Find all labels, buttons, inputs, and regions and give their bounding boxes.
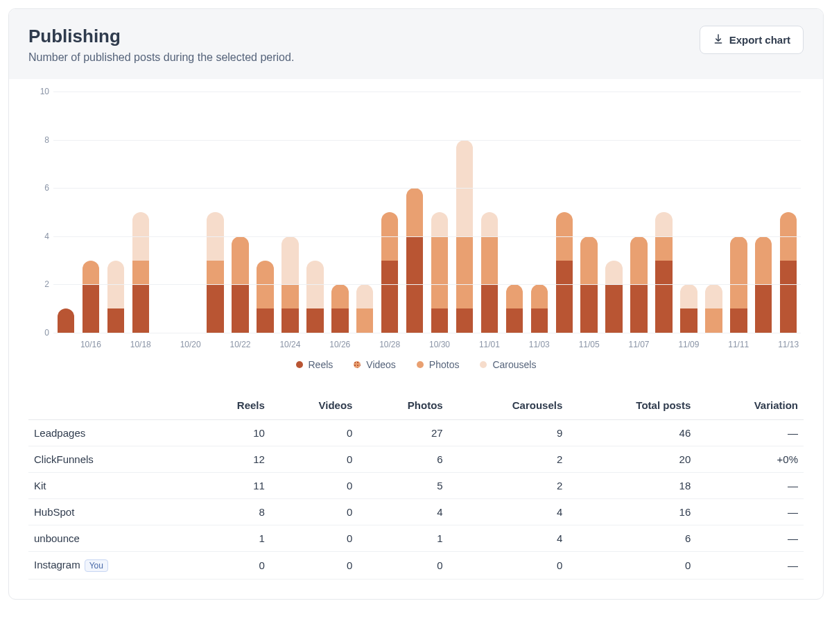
chart-gridline xyxy=(53,140,801,141)
chart-xtick: 11/01 xyxy=(477,336,502,355)
bar[interactable] xyxy=(431,212,448,333)
legend-item-photos[interactable]: Photos xyxy=(417,359,460,370)
bar[interactable] xyxy=(132,212,149,333)
table-cell: 4 xyxy=(358,499,448,525)
bar[interactable] xyxy=(306,261,323,333)
chart-xtick: 11/11 xyxy=(726,336,751,355)
bar-slot xyxy=(277,92,302,333)
bar[interactable] xyxy=(556,212,573,333)
bar[interactable] xyxy=(780,212,797,333)
bar-segment-reels xyxy=(680,308,697,333)
table-header-cell[interactable]: Reels xyxy=(195,391,270,420)
table-cell: — xyxy=(696,552,804,580)
bar-segment-reels xyxy=(281,308,298,333)
chart-xtick-label: 10/20 xyxy=(180,340,201,349)
bar-segment-reels xyxy=(531,308,548,333)
bar-segment-reels xyxy=(207,284,223,333)
bar[interactable] xyxy=(356,284,373,333)
bar-segment-reels xyxy=(107,308,124,333)
chart-xtick-label: 11/07 xyxy=(629,340,650,349)
table-cell: — xyxy=(696,420,804,446)
bar-slot xyxy=(78,92,103,333)
table-cell: 0 xyxy=(270,552,358,580)
row-name-cell: Leadpages xyxy=(28,420,195,446)
bar-slot xyxy=(602,92,627,333)
publishing-card: Publishing Number of published posts dur… xyxy=(8,8,824,600)
table-header-cell[interactable]: Videos xyxy=(270,391,358,420)
table-cell: 11 xyxy=(195,473,270,499)
table-header-cell[interactable]: Variation xyxy=(696,391,804,420)
legend-item-reels[interactable]: Reels xyxy=(296,359,333,370)
bar[interactable] xyxy=(680,284,697,333)
chart-xtick xyxy=(602,336,627,355)
bar-segment-reels xyxy=(132,284,149,333)
table-cell: 8 xyxy=(195,499,270,525)
legend-swatch-photos xyxy=(417,361,424,368)
chart-xtick-label: 11/03 xyxy=(529,340,550,349)
chart-xtick: 10/28 xyxy=(377,336,402,355)
chart-xtick-label: 10/24 xyxy=(279,340,300,349)
table-head: ReelsVideosPhotosCarouselsTotal postsVar… xyxy=(28,391,804,420)
chart-ytick: 2 xyxy=(33,279,49,289)
table-cell: — xyxy=(696,499,804,525)
bar-segment-reels xyxy=(257,308,273,333)
chart-canvas: 0246810 10/1610/1810/2010/2210/2410/2610… xyxy=(28,92,804,355)
chart-xtick xyxy=(253,336,278,355)
bar[interactable] xyxy=(331,284,348,333)
chart-xtick xyxy=(701,336,726,355)
bar[interactable] xyxy=(406,188,423,333)
bar[interactable] xyxy=(481,212,498,333)
table-wrap: ReelsVideosPhotosCarouselsTotal postsVar… xyxy=(9,388,823,599)
chart-xtick xyxy=(352,336,377,355)
table-header-cell[interactable]: Photos xyxy=(358,391,448,420)
bar-slot xyxy=(228,92,253,333)
bar[interactable] xyxy=(207,212,223,333)
bar[interactable] xyxy=(655,212,672,333)
chart-ytick: 6 xyxy=(33,183,49,193)
legend-swatch-reels xyxy=(296,361,303,368)
row-name-cell: InstagramYou xyxy=(28,552,195,580)
chart-xtick: 10/30 xyxy=(427,336,452,355)
bar[interactable] xyxy=(605,261,622,333)
table-cell: 1 xyxy=(358,525,448,552)
chart-legend: Reels Videos Photos Carousels xyxy=(28,355,804,380)
legend-item-videos[interactable]: Videos xyxy=(354,359,396,370)
chart-xtick-label: 11/05 xyxy=(579,340,600,349)
chart-xtick-label: 11/13 xyxy=(778,340,799,349)
bar[interactable] xyxy=(705,284,722,333)
table-header-cell[interactable]: Total posts xyxy=(568,391,696,420)
table-header-cell[interactable] xyxy=(28,391,195,420)
bar-segment-photos xyxy=(531,284,548,308)
chart-xtick-label: 10/22 xyxy=(230,340,251,349)
bar-segment-photos xyxy=(83,261,99,285)
bar[interactable] xyxy=(531,284,548,333)
bar-segment-photos xyxy=(755,236,772,285)
chart-xtick: 11/03 xyxy=(527,336,552,355)
bar[interactable] xyxy=(257,261,273,333)
chart-xtick: 10/20 xyxy=(178,336,203,355)
bar-segment-carousels xyxy=(281,236,298,285)
you-badge: You xyxy=(85,559,108,572)
bar[interactable] xyxy=(58,308,74,333)
chart-xtick-label: 11/11 xyxy=(728,340,749,349)
table-cell: 4 xyxy=(449,525,569,552)
export-chart-button[interactable]: Export chart xyxy=(700,26,804,54)
page-subtitle: Number of published posts during the sel… xyxy=(28,51,294,64)
bar-segment-reels xyxy=(232,284,248,333)
bar-segment-carousels xyxy=(705,284,722,308)
bar[interactable] xyxy=(506,284,523,333)
bar-slot xyxy=(477,92,502,333)
table-cell: 4 xyxy=(449,499,569,525)
bar-slot xyxy=(427,92,452,333)
table-header-cell[interactable]: Carousels xyxy=(449,391,569,420)
bar[interactable] xyxy=(107,261,124,333)
chart-xtick-label: 11/01 xyxy=(479,340,500,349)
chart-gridline xyxy=(53,188,801,189)
table-cell: 20 xyxy=(568,446,696,473)
summary-table: ReelsVideosPhotosCarouselsTotal postsVar… xyxy=(28,391,804,580)
bar-segment-carousels xyxy=(481,212,498,236)
bar[interactable] xyxy=(381,212,398,333)
legend-item-carousels[interactable]: Carousels xyxy=(480,359,536,370)
bar[interactable] xyxy=(83,261,99,333)
bar-segment-reels xyxy=(780,261,797,333)
